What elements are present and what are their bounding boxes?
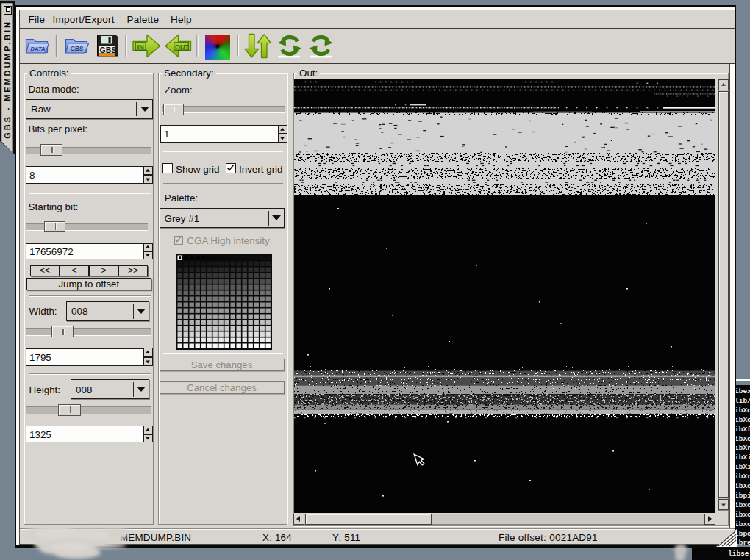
svg-text:IN: IN xyxy=(137,43,144,51)
svg-text:DATA: DATA xyxy=(31,46,46,52)
svg-text:GBS: GBS xyxy=(100,46,117,54)
svg-text:GBS: GBS xyxy=(71,46,84,52)
svg-text:OUT: OUT xyxy=(175,43,190,51)
